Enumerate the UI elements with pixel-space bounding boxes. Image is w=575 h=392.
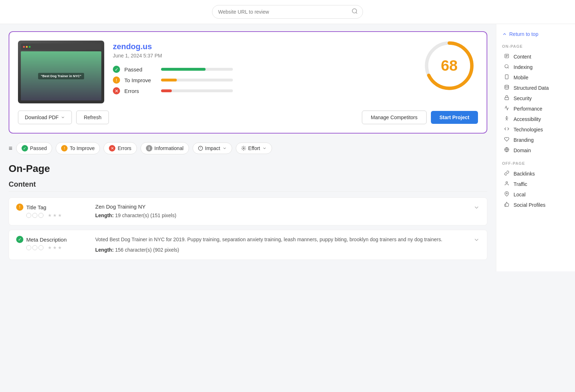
svg-point-0 (352, 9, 356, 13)
search-container (212, 5, 363, 19)
preview-image: "Best Dog Trainer in NYC" (18, 41, 104, 103)
data-icon (503, 85, 510, 91)
filter-effort-dropdown[interactable]: Effort (236, 143, 272, 154)
sidebar-label-technologies: Technologies (514, 127, 543, 132)
download-pdf-button[interactable]: Download PDF (18, 111, 72, 124)
preview-text: "Best Dog Trainer in NYC" (38, 73, 84, 79)
sidebar-label-mobile: Mobile (514, 75, 528, 80)
chip-label-toimprove: To Improve (70, 145, 95, 151)
sidebar-item-content[interactable]: Content (502, 51, 569, 62)
sidebar-item-technologies[interactable]: Technologies (502, 124, 569, 135)
search-input[interactable] (212, 5, 363, 19)
filter-icon[interactable]: ≡ (9, 145, 13, 152)
dot-yellow (26, 46, 28, 48)
title-tag-value: Zen Dog Training NY (95, 204, 468, 210)
right-sidebar: Return to top ON-PAGE Content Indexing M… (496, 24, 575, 271)
title-tag-status-icon: ! (16, 204, 23, 211)
filter-errors-chip[interactable]: ✕ Errors (104, 142, 137, 154)
local-icon (503, 191, 510, 197)
code-icon (503, 126, 510, 132)
sidebar-item-mobile[interactable]: Mobile (502, 72, 569, 83)
meta-star-3: ★ (58, 245, 62, 250)
filter-toimprove-chip[interactable]: ! To Improve (56, 142, 100, 154)
meta-star-1: ★ (48, 245, 52, 250)
meta-desc-chevron[interactable] (473, 237, 480, 245)
metrics-list: ✓ Passed ! To Improve (113, 66, 412, 94)
search-icon (503, 64, 510, 70)
brand-icon (503, 137, 510, 143)
lock-icon (503, 95, 510, 101)
sidebar-label-domain: Domain (514, 148, 531, 153)
score-number: 68 (441, 57, 458, 74)
chip-label-passed: Passed (30, 145, 47, 151)
svg-rect-17 (505, 97, 509, 99)
title-tag-chevron[interactable] (473, 204, 480, 213)
preview-bg: "Best Dog Trainer in NYC" (18, 41, 104, 103)
title-tag-title-row: ! Title Tag (16, 204, 88, 211)
title-tag-name: Title Tag (26, 204, 46, 210)
manage-competitors-button[interactable]: Manage Competitors (362, 111, 427, 124)
metric-label-passed: Passed (124, 66, 157, 73)
filter-informational-chip[interactable]: ℹ Informational (141, 142, 189, 154)
star-2: ★ (53, 213, 57, 218)
top-bar (0, 0, 575, 24)
perf-icon (503, 106, 510, 112)
metric-toimprove: ! To Improve (113, 76, 412, 84)
metric-bar-errors (161, 89, 233, 92)
sidebar-item-traffic[interactable]: Traffic (502, 179, 569, 189)
sidebar-label-performance: Performance (514, 106, 542, 112)
sidebar-item-structured-data[interactable]: Structured Data (502, 83, 569, 93)
score-container: 68 (420, 41, 478, 91)
check-item-title-tag: ! Title Tag ★ ★ ★ Zen Dog Training NY (9, 197, 487, 225)
refresh-button[interactable]: Refresh (76, 111, 109, 124)
meta-desc-detail-value: 156 character(s) (902 pixels) (115, 247, 179, 253)
meta-rating-dot-2 (32, 245, 37, 250)
filter-passed-chip[interactable]: ✓ Passed (16, 142, 52, 154)
metric-bar-passed (161, 68, 233, 71)
rating-dot-1 (26, 213, 31, 218)
meta-desc-status-icon: ✓ (16, 236, 23, 243)
sidebar-item-security[interactable]: Security (502, 93, 569, 103)
svg-line-1 (356, 12, 357, 13)
metric-icon-toimprove: ! (113, 76, 120, 84)
effort-icon (241, 146, 246, 151)
impact-label: Impact (205, 145, 220, 151)
globe-icon (503, 147, 510, 153)
meta-desc-detail-label: Length: (95, 247, 114, 253)
rating-gap (45, 213, 47, 218)
metric-bar-fill-errors (161, 89, 172, 92)
start-project-button[interactable]: Start Project (431, 111, 478, 124)
impact-icon (198, 146, 203, 151)
meta-rating-gap (45, 245, 47, 250)
search-icon (351, 8, 358, 16)
card-actions: Download PDF Refresh Manage Competitors … (18, 111, 478, 124)
impact-chevron (222, 146, 227, 150)
sidebar-item-performance[interactable]: Performance (502, 103, 569, 114)
site-info: zendog.us June 1, 2024 5:37 PM ✓ Passed (113, 41, 412, 94)
sidebar-item-branding[interactable]: Branding (502, 135, 569, 145)
traffic-icon (503, 181, 510, 187)
svg-point-7 (243, 148, 244, 149)
meta-desc-body: Voted Best Dog Trainer in NYC for 2019. … (88, 236, 468, 254)
access-icon (503, 116, 510, 122)
metric-errors: ✕ Errors (113, 87, 412, 94)
sidebar-item-local[interactable]: Local (502, 189, 569, 200)
metric-label-toimprove: To Improve (124, 77, 157, 83)
main-layout: "Best Dog Trainer in NYC" zendog.us June… (0, 24, 575, 271)
sidebar-label-security: Security (514, 95, 532, 101)
meta-desc-title-row: ✓ Meta Description (16, 236, 88, 243)
sidebar-item-accessibility[interactable]: Accessibility (502, 114, 569, 124)
filter-impact-dropdown[interactable]: Impact (193, 143, 232, 154)
sidebar-item-social-profiles[interactable]: Social Profiles (502, 200, 569, 210)
meta-rating-dot-1 (26, 245, 31, 250)
sidebar-item-backlinks[interactable]: Backlinks (502, 168, 569, 179)
off-page-section-label: OFF-PAGE (502, 161, 569, 165)
site-card: "Best Dog Trainer in NYC" zendog.us June… (9, 31, 487, 134)
title-tag-body: Zen Dog Training NY Length: 19 character… (88, 204, 468, 219)
metric-bar-toimprove (161, 79, 233, 81)
return-top-link[interactable]: Return to top (502, 31, 569, 37)
sidebar-item-domain[interactable]: Domain (502, 145, 569, 155)
return-top-label: Return to top (509, 31, 538, 37)
sidebar-item-indexing[interactable]: Indexing (502, 62, 569, 72)
site-url[interactable]: zendog.us (113, 42, 152, 51)
